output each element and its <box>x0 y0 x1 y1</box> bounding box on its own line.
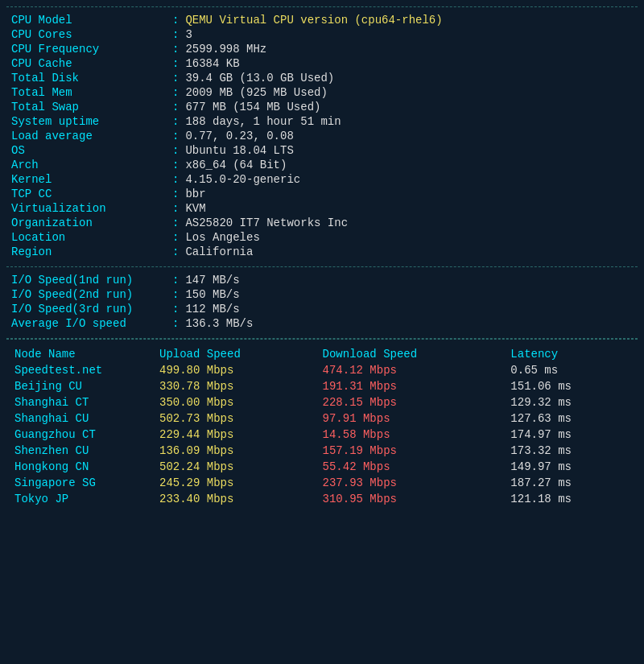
table-row: Shenzhen CU136.09 Mbps157.19 Mbps173.32 … <box>11 443 633 459</box>
io-label: I/O Speed(2nd run) <box>11 288 172 301</box>
info-label: Location <box>11 231 172 244</box>
download-speed: 157.19 Mbps <box>320 443 508 459</box>
info-colon: : <box>172 173 179 186</box>
io-row: I/O Speed(1nd run): 147 MB/s <box>11 274 633 287</box>
info-value: 39.4 GB (13.0 GB Used) <box>185 72 334 85</box>
upload-speed: 502.24 Mbps <box>156 459 320 475</box>
io-label: I/O Speed(3rd run) <box>11 303 172 316</box>
io-value: 136.3 MB/s <box>185 317 253 330</box>
node-name: Shanghai CT <box>11 394 156 410</box>
node-name: Singapore SG <box>11 475 156 491</box>
upload-speed: 502.73 Mbps <box>156 410 320 427</box>
info-label: CPU Frequency <box>11 43 172 56</box>
io-label: Average I/O speed <box>11 317 172 330</box>
info-value: Ubuntu 18.04 LTS <box>185 144 293 157</box>
info-row: Total Mem: 2009 MB (925 MB Used) <box>11 86 633 99</box>
table-row: Tokyo JP233.40 Mbps310.95 Mbps121.18 ms <box>11 491 633 507</box>
info-value: 16384 KB <box>185 57 239 70</box>
info-colon: : <box>172 57 179 70</box>
upload-speed: 229.44 Mbps <box>156 427 320 443</box>
io-value: 150 MB/s <box>185 288 239 301</box>
speed-table: Node NameUpload SpeedDownload SpeedLaten… <box>11 346 633 507</box>
info-value: 2599.998 MHz <box>185 43 266 56</box>
info-row: CPU Cores: 3 <box>11 28 633 41</box>
io-value: 147 MB/s <box>185 274 239 287</box>
download-speed: 55.42 Mbps <box>320 459 508 475</box>
info-value: bbr <box>185 188 205 200</box>
info-row: Organization: AS25820 IT7 Networks Inc <box>11 217 633 229</box>
io-row: Average I/O speed: 136.3 MB/s <box>11 317 633 330</box>
info-row: OS: Ubuntu 18.04 LTS <box>11 144 633 157</box>
info-colon: : <box>172 115 179 128</box>
info-value: 2009 MB (925 MB Used) <box>185 86 327 99</box>
info-value: 3 <box>185 28 192 41</box>
upload-speed: 136.09 Mbps <box>156 443 320 459</box>
io-value: 112 MB/s <box>185 303 239 316</box>
info-label: Organization <box>11 217 172 229</box>
info-row: Arch: x86_64 (64 Bit) <box>11 159 633 171</box>
info-row: System uptime: 188 days, 1 hour 51 min <box>11 115 633 128</box>
upload-speed: 350.00 Mbps <box>156 394 320 410</box>
info-colon: : <box>172 28 179 41</box>
download-speed: 14.58 Mbps <box>320 427 508 443</box>
upload-speed: 245.29 Mbps <box>156 475 320 491</box>
upload-speed: 499.80 Mbps <box>156 362 320 378</box>
info-label: Load average <box>11 130 172 142</box>
table-header-row: Node NameUpload SpeedDownload SpeedLaten… <box>11 346 633 362</box>
table-row: Speedtest.net499.80 Mbps474.12 Mbps0.65 … <box>11 362 633 378</box>
node-name: Beijing CU <box>11 378 156 394</box>
latency-value: 173.32 ms <box>507 443 633 459</box>
info-colon: : <box>172 202 179 215</box>
column-header-node: Node Name <box>11 346 156 362</box>
info-colon: : <box>172 217 179 229</box>
info-row: CPU Frequency: 2599.998 MHz <box>11 43 633 56</box>
io-colon: : <box>172 317 179 330</box>
info-value: California <box>185 245 253 258</box>
info-colon: : <box>172 231 179 244</box>
upload-speed: 330.78 Mbps <box>156 378 320 394</box>
node-name: Shenzhen CU <box>11 443 156 459</box>
table-row: Singapore SG245.29 Mbps237.93 Mbps187.27… <box>11 475 633 491</box>
info-colon: : <box>172 43 179 56</box>
upload-speed: 233.40 Mbps <box>156 491 320 507</box>
latency-value: 174.97 ms <box>507 427 633 443</box>
download-speed: 237.93 Mbps <box>320 475 508 491</box>
table-row: Shanghai CT350.00 Mbps228.15 Mbps129.32 … <box>11 394 633 410</box>
info-colon: : <box>172 144 179 157</box>
info-row: Total Swap: 677 MB (154 MB Used) <box>11 101 633 113</box>
info-colon: : <box>172 72 179 85</box>
info-row: Load average: 0.77, 0.23, 0.08 <box>11 130 633 142</box>
info-label: Kernel <box>11 173 172 186</box>
info-label: OS <box>11 144 172 157</box>
column-header-upload: Upload Speed <box>156 346 320 362</box>
info-label: Total Disk <box>11 72 172 85</box>
info-value: 677 MB (154 MB Used) <box>185 101 320 113</box>
info-row: Location: Los Angeles <box>11 231 633 244</box>
info-label: TCP CC <box>11 188 172 200</box>
info-label: CPU Cache <box>11 57 172 70</box>
info-label: CPU Model <box>11 14 172 27</box>
info-row: CPU Model: QEMU Virtual CPU version (cpu… <box>11 14 633 27</box>
info-label: Arch <box>11 159 172 171</box>
info-row: Kernel: 4.15.0-20-generic <box>11 173 633 186</box>
info-label: CPU Cores <box>11 28 172 41</box>
io-row: I/O Speed(2nd run): 150 MB/s <box>11 288 633 301</box>
table-row: Guangzhou CT229.44 Mbps14.58 Mbps174.97 … <box>11 427 633 443</box>
latency-value: 151.06 ms <box>507 378 633 394</box>
info-value: AS25820 IT7 Networks Inc <box>185 217 348 229</box>
latency-value: 121.18 ms <box>507 491 633 507</box>
latency-value: 0.65 ms <box>507 362 633 378</box>
info-label: System uptime <box>11 115 172 128</box>
info-label: Virtualization <box>11 202 172 215</box>
download-speed: 191.31 Mbps <box>320 378 508 394</box>
io-label: I/O Speed(1nd run) <box>11 274 172 287</box>
info-row: TCP CC: bbr <box>11 188 633 200</box>
latency-value: 187.27 ms <box>507 475 633 491</box>
download-speed: 474.12 Mbps <box>320 362 508 378</box>
node-name: Tokyo JP <box>11 491 156 507</box>
info-value: 0.77, 0.23, 0.08 <box>185 130 293 142</box>
info-label: Total Swap <box>11 101 172 113</box>
info-row: Region: California <box>11 245 633 258</box>
info-colon: : <box>172 86 179 99</box>
info-row: Virtualization: KVM <box>11 202 633 215</box>
